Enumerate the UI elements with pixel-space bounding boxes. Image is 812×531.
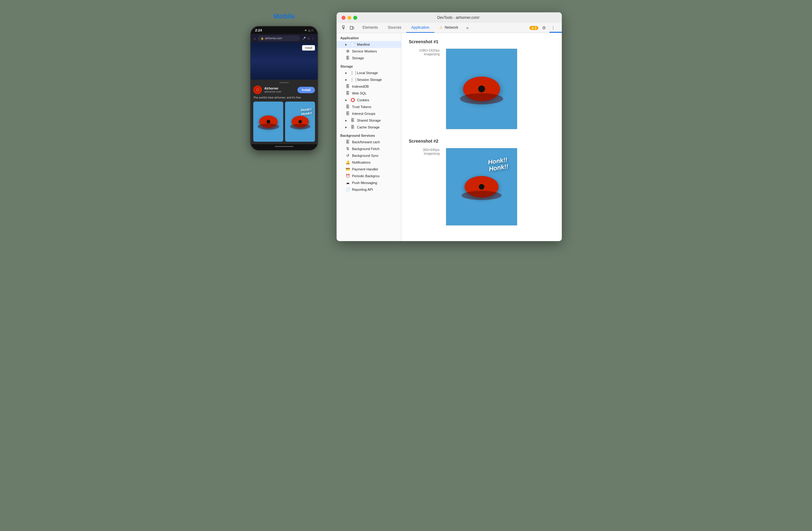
- home-icon[interactable]: ⌂: [254, 37, 256, 40]
- screenshot-1-title: Screenshot #1: [409, 39, 554, 44]
- cache-storage-icon: 🗄: [350, 125, 355, 129]
- phone-screenshots-row: Honk!!Honk!!: [253, 101, 315, 142]
- wifi-icon: △: [308, 29, 310, 32]
- devtools-window: DevTools - airhorner.com/ Elements Sourc…: [337, 12, 562, 241]
- minimize-button[interactable]: [347, 16, 351, 20]
- devtools-tool-icons: [339, 23, 358, 33]
- sidebar-item-storage[interactable]: 🗄 Storage: [337, 55, 401, 61]
- sidebar-item-trust-tokens[interactable]: 🗄 Trust Tokens: [337, 103, 401, 110]
- app-icon-dot: [257, 89, 258, 90]
- push-messaging-icon: ☁: [345, 181, 350, 185]
- sidebar-item-notifications[interactable]: 🔔 Notifications: [337, 159, 401, 166]
- phone-device: 2:24 ∗ △ □ ⌂ 🔒 airhorner.com 🎤 □ ⋮ Insta…: [250, 26, 318, 151]
- traffic-lights: [342, 16, 357, 20]
- tab-network[interactable]: ⚠ Network: [434, 23, 463, 33]
- payment-handler-icon: 💳: [345, 167, 350, 171]
- phone-bottom-sheet: Airhorner airhorner.com Install The worl…: [251, 80, 317, 144]
- devtools-window-title: DevTools - airhorner.com/: [360, 15, 557, 20]
- phone-url-bar: ⌂ 🔒 airhorner.com 🎤 □ ⋮: [251, 34, 317, 43]
- sidebar-item-interest-groups[interactable]: 🗄 Interest Groups: [337, 110, 401, 117]
- devtools-toolbar-actions: ⚠ 2 ⚙ ⋮: [527, 24, 559, 31]
- install-button-top[interactable]: Install: [302, 45, 315, 51]
- install-button-sheet[interactable]: Install: [298, 87, 315, 93]
- sidebar-item-web-sql[interactable]: 🗄 Web SQL: [337, 90, 401, 97]
- mobile-section: Mobile 2:24 ∗ △ □ ⌂ 🔒 airhorner.com 🎤 □ …: [250, 12, 318, 151]
- manifest-file-icon: 📄: [350, 42, 355, 47]
- tab-elements[interactable]: Elements: [358, 23, 383, 33]
- manifest-expand-icon: ▶: [345, 43, 348, 46]
- sidebar-item-push-messaging[interactable]: ☁ Push Messaging: [337, 179, 401, 186]
- phone-url-text: airhorner.com: [265, 37, 282, 40]
- sidebar-item-payment-handler[interactable]: 💳 Payment Handler: [337, 166, 401, 172]
- tab-application[interactable]: Application: [406, 23, 434, 33]
- sidebar-item-shared-storage[interactable]: ▶ 🗄 Shared Storage: [337, 117, 401, 124]
- devtools-sidebar: Application ▶ 📄 Manifest ⚙ Service Worke…: [337, 33, 401, 241]
- tab-more[interactable]: »: [463, 23, 472, 33]
- honk-text: Honk!!Honk!!: [301, 108, 312, 116]
- sidebar-item-session-storage[interactable]: ▶ ⋮⋮ Session Storage: [337, 76, 401, 83]
- sidebar-item-periodic-bg[interactable]: ⏰ Periodic Backgrou: [337, 172, 401, 179]
- menu-icon[interactable]: ⋮: [311, 37, 314, 40]
- app-text: Airhorner airhorner.com: [264, 87, 295, 93]
- sidebar-item-manifest[interactable]: ▶ 📄 Manifest: [337, 41, 401, 48]
- background-fetch-icon: ⇅: [345, 146, 350, 151]
- more-options-icon[interactable]: ⋮: [549, 24, 557, 31]
- screenshot-1-entry: Screenshot #1 1080×1920px image/png: [409, 39, 554, 129]
- warning-badge[interactable]: ⚠ 2: [530, 26, 538, 30]
- phone-bottom-nav: [251, 144, 317, 150]
- screenshot-2-entry: Screenshot #2 360×640px image/png: [409, 139, 554, 226]
- shared-storage-expand-icon: ▶: [345, 119, 348, 122]
- svg-rect-4: [353, 27, 354, 29]
- maximize-button[interactable]: [353, 16, 357, 20]
- phone-screenshot-1: [253, 101, 283, 142]
- tab-sources[interactable]: Sources: [383, 23, 406, 33]
- close-button[interactable]: [342, 16, 346, 20]
- sidebar-item-back-forward[interactable]: 🗄 Back/forward cach: [337, 139, 401, 145]
- devtools-titlebar: DevTools - airhorner.com/: [337, 12, 562, 23]
- settings-icon[interactable]: ⚙: [540, 24, 548, 31]
- drag-handle: [279, 82, 289, 83]
- sidebar-item-indexeddb[interactable]: 🗄 IndexedDB: [337, 83, 401, 90]
- phone-status-icons: ∗ △ □: [304, 29, 313, 32]
- app-icon-inner: [256, 88, 260, 92]
- screenshot-1-image: [446, 48, 517, 129]
- sidebar-storage-header: Storage: [337, 61, 401, 69]
- sidebar-item-local-storage[interactable]: ▶ ⋮⋮ Local Storage: [337, 69, 401, 76]
- phone-status-bar: 2:24 ∗ △ □: [251, 27, 317, 34]
- phone-url-input[interactable]: 🔒 airhorner.com: [258, 36, 300, 41]
- session-storage-icon: ⋮⋮: [350, 78, 355, 82]
- mic-icon[interactable]: 🎤: [302, 37, 306, 40]
- phone-content-area: Install: [251, 43, 317, 80]
- app-domain: airhorner.com: [264, 90, 295, 93]
- service-workers-icon: ⚙: [345, 49, 350, 53]
- phone-screenshot-2: Honk!!Honk!!: [285, 101, 315, 142]
- cache-storage-expand-icon: ▶: [345, 126, 348, 129]
- devtools-tabs: Elements Sources Application ⚠ Network »: [358, 23, 527, 33]
- active-tab-bar: [549, 32, 562, 33]
- sidebar-item-background-sync[interactable]: ↺ Background Sync: [337, 152, 401, 159]
- devtools-body: Application ▶ 📄 Manifest ⚙ Service Worke…: [337, 33, 562, 241]
- device-toolbar-icon[interactable]: [349, 25, 355, 31]
- trust-tokens-icon: 🗄: [345, 104, 350, 109]
- cast-icon[interactable]: □: [308, 37, 309, 40]
- screenshot-2-title: Screenshot #2: [409, 139, 554, 143]
- sidebar-item-service-workers[interactable]: ⚙ Service Workers: [337, 48, 401, 55]
- devtools-main-panel: Screenshot #1 1080×1920px image/png: [401, 33, 562, 241]
- svg-rect-0: [343, 26, 344, 27]
- inspect-element-icon[interactable]: [342, 25, 348, 31]
- sidebar-item-reporting-api[interactable]: 📄 Reporting API: [337, 186, 401, 193]
- local-storage-icon: ⋮⋮: [350, 71, 355, 75]
- app-name: Airhorner: [264, 87, 295, 90]
- sidebar-application-header: Application: [337, 33, 401, 41]
- sidebar-item-cookies[interactable]: ▶ ⭕ Cookies: [337, 97, 401, 103]
- sidebar-item-cache-storage[interactable]: ▶ 🗄 Cache Storage: [337, 124, 401, 130]
- screenshot-1-type: image/png: [409, 52, 440, 56]
- screenshot-2-dimensions: 360×640px: [409, 148, 440, 152]
- screenshot-2-image: Honk!!Honk!!: [446, 148, 517, 226]
- sidebar-item-background-fetch[interactable]: ⇅ Background Fetch: [337, 145, 401, 152]
- reporting-api-icon: 📄: [345, 187, 350, 192]
- devtools-toolbar: Elements Sources Application ⚠ Network »…: [337, 23, 562, 33]
- screenshot-2-type: image/png: [409, 152, 440, 155]
- notifications-icon: 🔔: [345, 160, 350, 165]
- lock-icon: 🔒: [261, 37, 264, 40]
